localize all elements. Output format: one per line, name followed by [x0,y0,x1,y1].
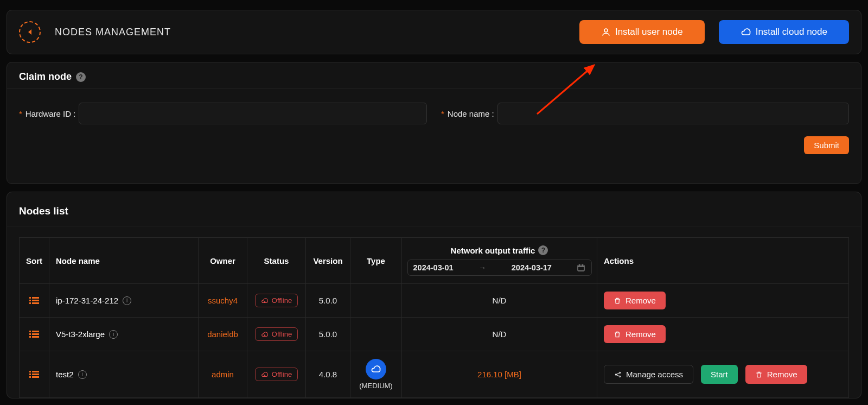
table-row: ip-172-31-24-212 issuchy4 Offline5.0.0N/… [20,284,849,318]
svg-rect-13 [32,336,39,338]
network-label: Network output traffic [451,246,535,255]
page-title: NODES MANAGEMENT [55,27,171,38]
owner-cell: ssuchy4 [199,284,247,318]
status-cell: Offline [247,351,306,398]
nodes-list-heading: Nodes list [7,192,861,226]
col-sort: Sort [20,238,49,284]
traffic-value: N/D [493,296,507,305]
remove-button[interactable]: Remove [604,325,666,343]
help-icon[interactable]: ? [76,72,86,82]
date-from: 2024-03-01 [413,263,454,272]
cloud-type-icon [366,359,386,379]
header-bar: NODES MANAGEMENT Install user node Insta… [7,10,861,54]
col-network: Network output traffic ? 2024-03-01 → 20… [402,238,597,284]
table-row: test2 iadmin Offline4.0.8(MEDIUM)216.10 … [20,351,849,398]
status-pill: Offline [255,294,298,307]
actions-cell: Remove [597,318,849,351]
node-name-text: ip-172-31-24-212 [56,296,118,305]
node-name-text: test2 [56,370,74,379]
svg-rect-16 [29,374,31,375]
arrow-right-icon: → [478,263,486,272]
col-node-name: Node name [49,238,199,284]
button-label: Install user node [615,27,683,37]
hardware-id-label: Hardware ID : [25,109,76,118]
calendar-icon [577,263,585,272]
owner-link[interactable]: admin [212,370,234,379]
hardware-id-group: * Hardware ID : [19,103,427,124]
traffic-value: 216.10 [MB] [477,370,521,379]
node-name-input[interactable] [497,103,849,124]
sort-handle[interactable] [20,318,49,351]
date-range-picker[interactable]: 2024-03-01 → 2024-03-17 [407,260,592,276]
svg-rect-3 [32,297,39,299]
version-cell: 5.0.0 [306,318,350,351]
owner-link[interactable]: danieldb [207,330,238,339]
sort-handle[interactable] [20,351,49,398]
version-cell: 5.0.0 [306,284,350,318]
remove-button[interactable]: Remove [745,365,807,384]
user-icon [601,27,611,37]
svg-rect-5 [32,300,39,301]
date-to: 2024-03-17 [512,263,552,272]
version-cell: 4.0.8 [306,351,350,398]
claim-node-heading: Claim node ? [7,62,861,88]
heading-text: Claim node [19,71,72,83]
svg-point-0 [604,29,608,32]
status-cell: Offline [247,318,306,351]
owner-link[interactable]: ssuchy4 [208,296,238,305]
col-type: Type [350,238,402,284]
play-left-icon [26,28,34,36]
install-cloud-node-button[interactable]: Install cloud node [719,20,849,44]
svg-rect-9 [32,331,39,332]
svg-rect-19 [32,376,39,378]
svg-point-21 [619,372,620,373]
back-button[interactable] [19,21,41,43]
actions-cell: Remove [597,284,849,318]
svg-rect-14 [29,371,31,372]
svg-rect-1 [578,265,584,271]
submit-button[interactable]: Submit [804,136,849,154]
node-name-text: V5-t3-2xlarge [56,330,105,339]
svg-rect-17 [32,374,39,375]
svg-rect-2 [29,297,31,299]
svg-rect-12 [29,336,31,338]
table-row: V5-t3-2xlarge idanieldb Offline5.0.0N/DR… [20,318,849,351]
hardware-id-input[interactable] [79,103,427,124]
remove-button[interactable]: Remove [604,292,666,309]
sort-handle[interactable] [20,284,49,318]
traffic-cell: N/D [402,284,597,318]
info-icon[interactable]: i [109,330,118,339]
help-icon[interactable]: ? [538,245,548,255]
info-icon[interactable]: i [123,296,131,305]
button-label: Submit [814,141,839,150]
nodes-list-card: Nodes list Sort Node name Owner Status V… [7,192,861,398]
col-owner: Owner [199,238,247,284]
type-cell: (MEDIUM) [350,351,402,398]
owner-cell: danieldb [199,318,247,351]
traffic-cell: N/D [402,318,597,351]
required-asterisk: * [19,109,22,118]
svg-rect-15 [32,371,39,372]
manage-access-button[interactable]: Manage access [604,365,693,384]
svg-rect-7 [32,302,39,304]
svg-rect-10 [29,333,31,335]
status-cell: Offline [247,284,306,318]
start-button[interactable]: Start [701,365,738,384]
svg-rect-18 [29,376,31,378]
info-icon[interactable]: i [78,370,87,379]
required-asterisk: * [441,109,444,118]
node-name-cell: ip-172-31-24-212 i [49,284,199,318]
col-actions: Actions [597,238,849,284]
install-user-node-button[interactable]: Install user node [579,20,705,44]
cloud-icon [741,27,751,37]
node-name-cell: test2 i [49,351,199,398]
claim-node-card: Claim node ? * Hardware ID : * Node name… [7,62,861,184]
node-name-cell: V5-t3-2xlarge i [49,318,199,351]
type-size-label: (MEDIUM) [357,382,395,390]
nodes-table: Sort Node name Owner Status Version Type… [19,237,849,398]
claim-form-footer: Submit [7,136,861,183]
svg-rect-6 [29,302,31,304]
node-name-group: * Node name : [441,103,849,124]
svg-point-22 [619,376,620,377]
type-cell [350,284,402,318]
